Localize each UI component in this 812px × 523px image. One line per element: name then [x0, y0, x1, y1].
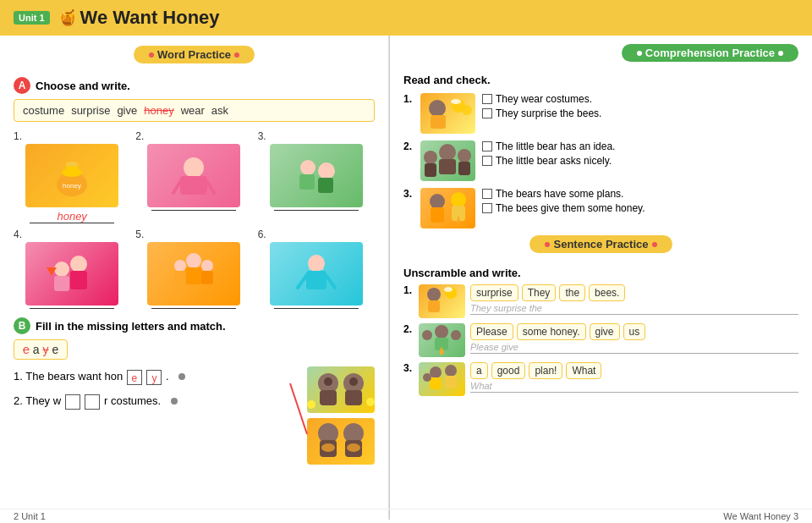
svg-point-4	[66, 162, 78, 167]
svg-rect-33	[345, 390, 362, 405]
letter-bank: e a y e	[14, 339, 68, 360]
tile-the: the	[559, 284, 585, 301]
scramble-item-2: 2. Please some honey. give us Please giv	[403, 323, 798, 357]
section-a-header: A Choose and write.	[14, 77, 375, 94]
svg-rect-15	[70, 271, 87, 289]
checkbox-1b[interactable]	[482, 108, 492, 118]
svg-point-48	[451, 99, 461, 104]
svg-rect-54	[458, 162, 470, 175]
img-1: honey	[25, 144, 118, 207]
check-option-1a: They wear costumes.	[482, 93, 601, 105]
img-2	[147, 144, 240, 207]
svg-text:honey: honey	[63, 182, 81, 190]
checkbox-2a[interactable]	[482, 141, 492, 151]
check-option-2a: The little bear has an idea.	[482, 140, 615, 152]
section-b: B Fill in the missing letters and match.…	[14, 317, 375, 465]
right-panel: Comprehension Practice Read and check. 1…	[390, 36, 812, 520]
svg-line-29	[290, 383, 307, 434]
svg-line-27	[298, 276, 306, 288]
left-panel: Word Practice A Choose and write. costum…	[0, 36, 389, 520]
word-practice-banner: Word Practice	[134, 46, 255, 63]
footer-left: 2 Unit 1	[14, 511, 46, 521]
check-thumb-3	[420, 188, 475, 228]
img-5	[147, 242, 240, 306]
check-num-3: 3.	[403, 188, 414, 200]
comp-practice-label: Comprehension Practice	[645, 47, 775, 59]
img-cell-4: 4.	[14, 228, 130, 309]
svg-point-34	[324, 377, 332, 386]
tile-they: They	[522, 284, 557, 301]
scramble-item-1: 1. surprise They the bees. They surprise…	[403, 284, 798, 318]
comp-header: Comprehension Practice	[403, 44, 798, 69]
svg-point-43	[347, 443, 360, 452]
img-cell-3: 3.	[258, 130, 375, 223]
word-costume: costume	[23, 104, 64, 117]
option-2a-text: The little bear has an idea.	[496, 140, 615, 152]
word-give: give	[117, 104, 137, 117]
svg-point-42	[321, 443, 335, 452]
check-option-2b: The little bear asks nicely.	[482, 155, 615, 167]
answer-5	[151, 308, 236, 309]
scramble-thumb-2	[419, 323, 465, 357]
checkbox-1a[interactable]	[482, 94, 492, 104]
svg-rect-20	[185, 267, 202, 284]
img-cell-1: 1. honey honey	[14, 130, 130, 223]
read-check-title: Read and check.	[403, 74, 798, 86]
svg-point-44	[429, 100, 446, 117]
img-cell-2: 2.	[135, 130, 252, 223]
scramble-content-3: a good plan! What What	[470, 362, 798, 393]
scramble-num-3: 3.	[403, 362, 414, 374]
scramble-thumb-3	[419, 362, 465, 396]
svg-rect-60	[428, 300, 440, 312]
svg-rect-24	[201, 271, 213, 284]
check-option-3a: The bears have some plans.	[482, 188, 645, 200]
svg-point-51	[424, 151, 437, 164]
svg-rect-70	[445, 376, 457, 388]
svg-point-69	[445, 365, 457, 377]
word-honey: honey	[144, 104, 173, 117]
scramble-num-1: 1.	[403, 284, 414, 296]
check-thumb-2	[420, 140, 475, 181]
comp-practice-banner: Comprehension Practice	[622, 44, 798, 62]
sent-dot-left	[545, 242, 550, 247]
tile-some-honey: some honey.	[517, 323, 586, 340]
answer-2	[151, 210, 236, 211]
match-dot-1	[178, 373, 185, 380]
section-b-header: B Fill in the missing letters and match.	[14, 317, 375, 334]
svg-point-67	[430, 366, 442, 378]
checkbox-2b[interactable]	[482, 156, 492, 166]
img-num-1: 1.	[14, 130, 22, 142]
sentence2-end: r costumes.	[104, 394, 161, 407]
comp-dot-right	[778, 51, 783, 56]
checkbox-3a[interactable]	[482, 189, 492, 199]
match-sentences: 1. The bears want hon e y . 2. They w r …	[14, 366, 282, 465]
fill-box-y: y	[146, 370, 162, 385]
svg-rect-50	[439, 159, 456, 174]
check-options-2: The little bear has an idea. The little …	[482, 140, 615, 167]
check-thumb-1	[420, 93, 475, 134]
scramble-num-2: 2.	[403, 323, 414, 335]
comp-dot-left	[637, 51, 642, 56]
answer-6	[274, 308, 359, 309]
banner-dot-right	[234, 52, 239, 58]
word-bank: costume surprise give honey wear ask	[14, 99, 375, 122]
img-3	[270, 144, 363, 207]
fill-sentence-2: 2. They w r costumes.	[14, 391, 282, 410]
img-num-5: 5.	[135, 228, 144, 240]
svg-rect-26	[306, 271, 326, 289]
svg-point-57	[451, 192, 466, 207]
match-container: 1. The bears want hon e y . 2. They w r …	[14, 366, 375, 465]
check-item-1: 1. They wear costumes. The	[403, 93, 798, 134]
svg-rect-45	[431, 115, 446, 129]
letter-e1: e	[23, 343, 30, 356]
checkbox-3b[interactable]	[482, 203, 492, 213]
scramble-content-1: surprise They the bees. They surprise th…	[470, 284, 798, 315]
write-line-2: Please give	[470, 342, 798, 354]
svg-rect-17	[54, 276, 69, 291]
check-num-2: 2.	[403, 140, 414, 152]
svg-point-21	[174, 260, 186, 272]
unit-badge: Unit 1	[14, 11, 50, 25]
check-item-2: 2. The little bear has an idea.	[403, 140, 798, 181]
sentence2-text: 2. They w	[14, 394, 61, 407]
section-a-badge: A	[14, 77, 30, 94]
